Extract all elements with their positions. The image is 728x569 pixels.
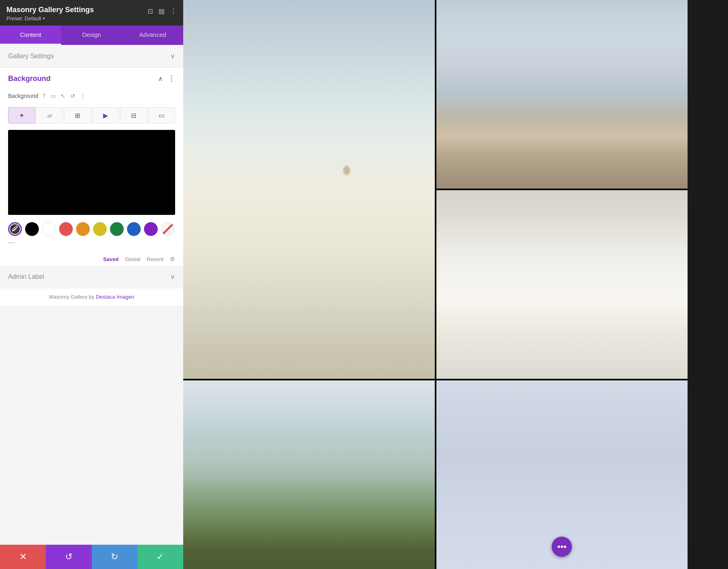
redo-button[interactable]: ↻ [92, 545, 138, 569]
header-left: Masonry Gallery Settings Preset: Default… [6, 6, 94, 21]
background-header-right: ∧ ⋮ [158, 74, 175, 83]
gallery-settings-header[interactable]: Gallery Settings ∨ [0, 45, 183, 67]
swatch-purple[interactable] [144, 222, 158, 236]
bg-type-pattern-btn[interactable]: ⊟ [120, 107, 147, 123]
swatch-orange[interactable] [76, 222, 90, 236]
bg-type-color-btn[interactable]: ✦ [8, 107, 35, 123]
swatch-blue[interactable] [127, 222, 141, 236]
panel-header: Masonry Gallery Settings Preset: Default… [0, 0, 183, 25]
background-type-selector: ✦ ▱ ⊞ ▶ ⊟ ▭ [0, 104, 183, 127]
background-title: Background [8, 74, 51, 83]
more-swatches-btn[interactable]: ··· [8, 236, 175, 248]
save-icon: ✓ [157, 552, 164, 562]
undo-icon: ↺ [65, 552, 72, 562]
background-collapse-icon[interactable]: ∧ [158, 75, 163, 83]
background-section-header: Background ∧ ⋮ [0, 68, 183, 89]
tab-content[interactable]: Content [0, 25, 61, 45]
attribution-link[interactable]: Destaca Imagen [96, 294, 134, 300]
background-cursor-icon[interactable]: ↖ [60, 92, 66, 100]
gallery-settings-title: Gallery Settings [8, 53, 54, 60]
settings-panel: Masonry Gallery Settings Preset: Default… [0, 0, 183, 569]
color-swatches-container: ··· [0, 218, 183, 253]
bg-type-gradient-btn[interactable]: ▱ [36, 107, 63, 123]
background-more-icon[interactable]: ⋮ [168, 74, 175, 83]
header-icons: ⊡ ▤ ⋮ [148, 7, 177, 15]
panel-title: Masonry Gallery Settings [6, 6, 94, 14]
gallery-item-2[interactable] [436, 0, 688, 189]
gallery-settings-section: Gallery Settings ∨ [0, 45, 183, 68]
preset-label[interactable]: Preset: Default ▾ [6, 15, 94, 21]
gallery-more-options-btn[interactable]: ••• [552, 537, 572, 557]
undo-button[interactable]: ↺ [46, 545, 91, 569]
gallery-item-4[interactable] [183, 380, 435, 569]
swatch-white[interactable] [42, 222, 56, 236]
admin-label-header[interactable]: Admin Label ∨ [0, 265, 183, 288]
tab-design[interactable]: Design [61, 25, 122, 45]
gallery-grid: ••• [183, 0, 688, 569]
background-device-icon[interactable]: ▭ [50, 92, 57, 100]
redo-icon: ↻ [111, 552, 118, 562]
gallery-item-1[interactable] [183, 0, 435, 379]
swatch-yellow[interactable] [93, 222, 107, 236]
background-options-icon[interactable]: ⋮ [79, 92, 87, 100]
bg-type-mask-btn[interactable]: ▭ [148, 107, 175, 123]
swatch-red[interactable] [59, 222, 73, 236]
gallery-item-5[interactable]: ••• [436, 380, 688, 569]
color-tab-recent[interactable]: Recent [147, 256, 163, 262]
background-reset-icon[interactable]: ↺ [70, 92, 76, 100]
preview-area: ••• [183, 0, 728, 569]
swatch-black[interactable] [25, 222, 39, 236]
color-tab-saved[interactable]: Saved [103, 256, 119, 262]
tab-bar: Content Design Advanced [0, 25, 183, 45]
cancel-button[interactable]: ✕ [0, 545, 46, 569]
gallery-settings-chevron-icon: ∨ [170, 52, 175, 60]
gallery-container: ••• [183, 0, 728, 569]
background-section: Background ∧ ⋮ Background ? ▭ ↖ ↺ ⋮ ✦ ▱ … [0, 68, 183, 265]
swatch-green[interactable] [110, 222, 124, 236]
attribution: Masonry Gallery by Destaca Imagen [0, 288, 183, 306]
cancel-icon: ✕ [19, 552, 27, 562]
fullscreen-icon[interactable]: ⊡ [148, 7, 153, 15]
background-label: Background [8, 93, 38, 99]
black-side-panel [688, 0, 728, 569]
panel-content: Gallery Settings ∨ Background ∧ ⋮ Backgr… [0, 45, 183, 545]
swatch-none[interactable] [161, 222, 175, 236]
bg-type-video-btn[interactable]: ▶ [92, 107, 119, 123]
color-preview[interactable] [8, 130, 175, 215]
bottom-toolbar: ✕ ↺ ↻ ✓ [0, 545, 183, 569]
more-options-header-icon[interactable]: ⋮ [170, 7, 177, 15]
preset-arrow-icon: ▾ [43, 16, 45, 21]
admin-label-section: Admin Label ∨ [0, 265, 183, 288]
eyedropper-btn[interactable] [8, 222, 22, 236]
bg-type-image-btn[interactable]: ⊞ [64, 107, 91, 123]
swatches-row [8, 222, 175, 236]
background-help-icon[interactable]: ? [42, 92, 47, 100]
layout-icon[interactable]: ▤ [159, 7, 165, 15]
tab-advanced[interactable]: Advanced [122, 25, 183, 45]
save-button[interactable]: ✓ [138, 545, 183, 569]
admin-label-chevron-icon: ∨ [170, 273, 175, 280]
gallery-more-options-icon: ••• [557, 541, 567, 552]
color-tabs: Saved Global Recent ⚙ [0, 253, 183, 265]
admin-label-title: Admin Label [8, 273, 44, 280]
background-controls-row: Background ? ▭ ↖ ↺ ⋮ [0, 89, 183, 104]
gallery-item-3[interactable] [436, 190, 688, 379]
color-tab-global[interactable]: Global [125, 256, 140, 262]
color-settings-icon[interactable]: ⚙ [170, 256, 175, 262]
